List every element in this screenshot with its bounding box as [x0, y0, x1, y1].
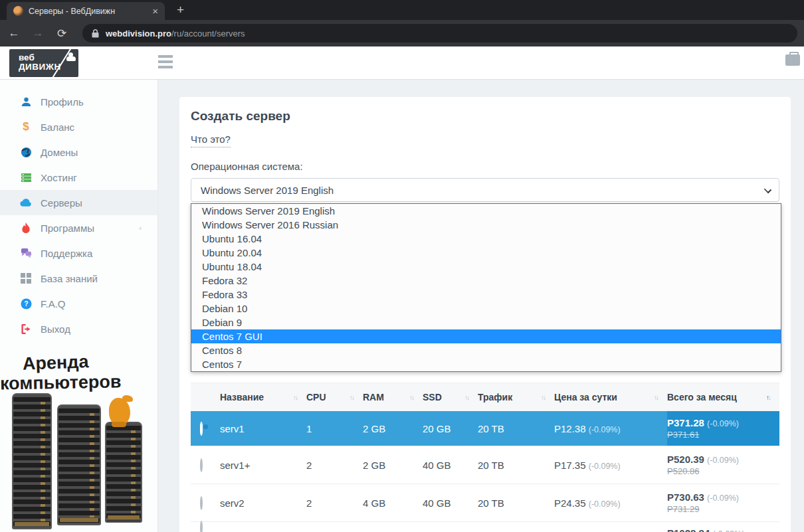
radio-selected[interactable]	[200, 422, 203, 436]
sidebar-item-label: Домены	[41, 147, 78, 158]
plan-month-price-cell: Р371.28 (-0.09%) Р371.61	[667, 411, 779, 446]
sort-icon[interactable]: ↑↓	[464, 394, 468, 401]
mascot-image	[109, 398, 130, 426]
sidebar-item-servers[interactable]: Серверы	[0, 190, 157, 215]
tab-title: Серверы - ВебДивижн	[29, 7, 147, 16]
column-header-cpu[interactable]: CPU ↑↓	[306, 383, 363, 411]
table-row-serv1[interactable]: serv1 1 2 GB 20 GB 20 TB Р12.38 (-0.09%)…	[191, 411, 779, 446]
plan-day-price: Р12.38 (-0.09%)	[554, 423, 667, 434]
plan-name: serv1	[220, 423, 306, 434]
server-tower-image	[57, 404, 101, 525]
radio-unselected[interactable]	[200, 521, 203, 532]
url-text: webdivision.pro/ru/account/servers	[106, 29, 245, 39]
sidebar-item-profile[interactable]: Профиль	[0, 89, 157, 114]
plan-month-price-cell: Р520.39 (-0.09%) Р520.86	[667, 446, 779, 484]
radio-unselected[interactable]	[200, 458, 203, 472]
plan-traffic: 20 TB	[478, 460, 554, 471]
os-option[interactable]: Debian 9	[191, 315, 781, 329]
question-icon: ?	[20, 298, 32, 310]
os-option[interactable]: Centos 7	[191, 357, 781, 371]
plan-name: serv2	[220, 497, 306, 509]
column-header-traffic[interactable]: Трафик ↑↓	[478, 383, 554, 411]
table-row-partial[interactable]: Р1028.84 (-0.09%)	[191, 521, 779, 532]
column-header-month-price[interactable]: Всего за месяц ↑↓	[667, 383, 779, 411]
column-header-ram[interactable]: RAM ↑↓	[363, 383, 423, 411]
os-option[interactable]: Ubuntu 20.04	[191, 246, 781, 260]
user-icon	[20, 96, 32, 108]
logo-text-line2: дивижн	[19, 62, 78, 72]
server-tower-image	[12, 393, 52, 529]
os-option[interactable]: Fedora 33	[191, 288, 781, 302]
plan-ssd: 40 GB	[423, 497, 478, 509]
radio-unselected[interactable]	[200, 496, 203, 510]
address-bar[interactable]: webdivision.pro/ru/account/servers	[82, 24, 797, 43]
sidebar-item-support[interactable]: Поддержка	[0, 240, 157, 266]
plan-ram: 2 GB	[363, 460, 423, 471]
plan-ram: 2 GB	[363, 423, 423, 434]
create-server-card: Создать сервер Что это? Операционная сис…	[179, 97, 791, 532]
briefcase-icon[interactable]	[785, 54, 800, 66]
sidebar-item-programs[interactable]: Программы ›	[0, 215, 157, 240]
sidebar-item-faq[interactable]: ? F.A.Q	[0, 291, 157, 316]
lock-icon	[92, 29, 99, 38]
os-option[interactable]: Windows Server 2019 English	[191, 204, 781, 218]
column-header-name[interactable]: Название ↑↓	[220, 383, 306, 411]
sidebar-item-domains[interactable]: Домены	[0, 139, 157, 165]
os-option[interactable]: Ubuntu 16.04	[191, 232, 781, 246]
new-tab-button[interactable]: +	[177, 3, 184, 20]
os-option[interactable]: Debian 10	[191, 302, 781, 315]
sidebar-item-label: Выход	[41, 323, 70, 335]
table-body: serv1 1 2 GB 20 GB 20 TB Р12.38 (-0.09%)…	[191, 411, 779, 532]
os-select[interactable]: Windows Server 2019 English	[191, 178, 779, 202]
sidebar-item-label: База знаний	[41, 273, 98, 284]
plan-ram: 4 GB	[363, 497, 423, 509]
sort-icon[interactable]: ↑↓	[654, 394, 658, 401]
reload-icon[interactable]: ⟳	[54, 27, 69, 41]
os-option-highlighted[interactable]: Centos 7 GUI	[191, 329, 781, 343]
plan-day-price: Р17.35 (-0.09%)	[554, 460, 667, 471]
banner-text-line2: компьютеров	[0, 371, 122, 394]
sort-icon[interactable]: ↑↓	[541, 394, 545, 401]
os-option[interactable]: Centos 8	[191, 343, 781, 357]
logo-mascot-body	[66, 56, 76, 61]
site-logo[interactable]: веб дивижн	[9, 49, 78, 77]
os-option[interactable]: Fedora 32	[191, 274, 781, 288]
column-header-day-price[interactable]: Цена за сутки ↑↓	[554, 383, 667, 411]
plan-cpu: 2	[306, 497, 363, 509]
sort-icon[interactable]: ↑↓	[350, 394, 353, 401]
os-select-label: Операционная система:	[191, 160, 779, 173]
submenu-arrow-icon: ›	[139, 224, 142, 232]
sort-icon[interactable]: ↑↓	[293, 394, 297, 401]
menu-toggle-icon[interactable]	[158, 55, 173, 71]
os-dropdown-list: Windows Server 2019 English Windows Serv…	[191, 203, 781, 372]
sidebar-item-label: F.A.Q	[41, 298, 66, 310]
browser-tab[interactable]: Серверы - ВебДивижн ×	[7, 2, 165, 20]
sidebar-item-hosting[interactable]: Хостинг	[0, 165, 157, 190]
column-header-ssd[interactable]: SSD ↑↓	[423, 383, 478, 411]
browser-toolbar: ← → ⟳ webdivision.pro/ru/account/servers	[0, 20, 804, 46]
os-option[interactable]: Ubuntu 18.04	[191, 260, 781, 274]
tab-close-icon[interactable]: ×	[152, 5, 158, 17]
server-plans-table: Название ↑↓ CPU ↑↓ RAM ↑↓ SSD ↑↓	[191, 383, 779, 532]
table-row-serv1plus[interactable]: serv1+ 2 2 GB 40 GB 20 TB Р17.35 (-0.09%…	[191, 446, 779, 484]
app-header: веб дивижн	[0, 46, 804, 80]
logout-icon	[20, 323, 32, 335]
sidebar: Профиль $ Баланс Домены Хостинг	[0, 80, 158, 532]
old-price: Р371.61	[667, 430, 779, 440]
back-icon[interactable]: ←	[7, 27, 21, 40]
sort-icon[interactable]: ↑↓	[409, 394, 413, 401]
forward-icon[interactable]: →	[31, 27, 45, 40]
sidebar-item-balance[interactable]: $ Баланс	[0, 114, 157, 139]
what-is-this-link[interactable]: Что это?	[191, 133, 231, 147]
sidebar-item-label: Профиль	[41, 96, 84, 108]
flame-icon	[20, 222, 32, 234]
banner-text-line1: Аренда	[22, 351, 89, 374]
plan-month-price-cell: Р730.63 (-0.09%) Р731.29	[667, 484, 779, 521]
sort-icon[interactable]: ↑↓	[766, 394, 770, 401]
sidebar-item-knowledge-base[interactable]: База знаний	[0, 266, 157, 291]
table-header-row: Название ↑↓ CPU ↑↓ RAM ↑↓ SSD ↑↓	[191, 383, 779, 411]
radio-column-header	[191, 383, 220, 411]
os-option[interactable]: Windows Server 2016 Russian	[191, 218, 781, 232]
table-row-serv2[interactable]: serv2 2 4 GB 40 GB 20 TB Р24.35 (-0.09%)…	[191, 484, 779, 521]
sidebar-item-logout[interactable]: Выход	[0, 316, 157, 341]
